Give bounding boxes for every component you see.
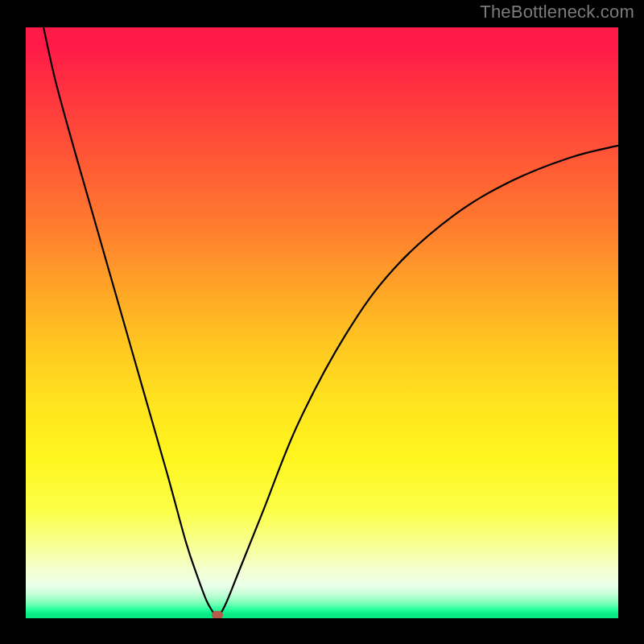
chart-frame: TheBottleneck.com (0, 0, 644, 644)
minimum-marker (212, 611, 223, 618)
plot-area (26, 27, 618, 618)
bottleneck-curve (26, 27, 618, 618)
attribution-text: TheBottleneck.com (480, 2, 634, 23)
